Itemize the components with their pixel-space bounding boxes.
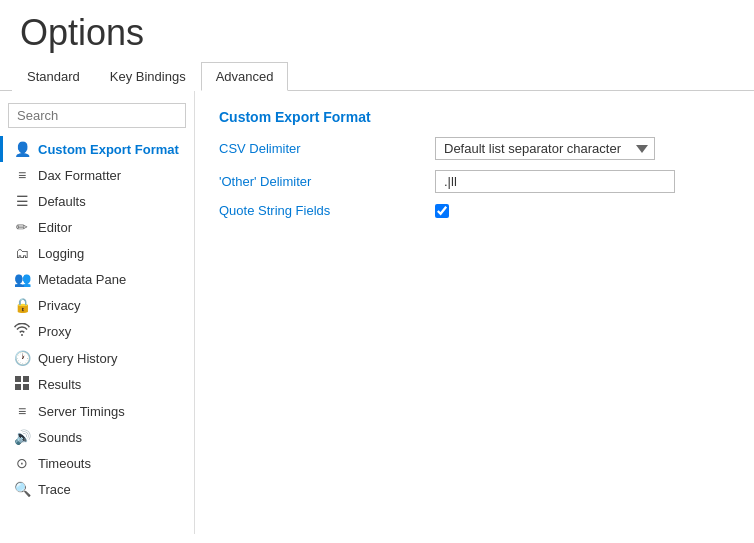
- defaults-icon: ☰: [14, 193, 30, 209]
- timeout-icon: ⊙: [14, 455, 30, 471]
- tab-standard[interactable]: Standard: [12, 62, 95, 91]
- sidebar-item-dax-formatter[interactable]: ≡ Dax Formatter: [0, 162, 194, 188]
- edit-icon: ✏: [14, 219, 30, 235]
- sidebar-label: Trace: [38, 482, 71, 497]
- sidebar-item-metadata-pane[interactable]: 👥 Metadata Pane: [0, 266, 194, 292]
- other-delimiter-row: 'Other' Delimiter: [219, 170, 730, 193]
- sidebar-label: Results: [38, 377, 81, 392]
- svg-rect-0: [15, 376, 21, 382]
- person-icon: 👤: [14, 141, 30, 157]
- other-delimiter-control: [435, 170, 730, 193]
- grid-icon: [14, 376, 30, 393]
- lock-icon: 🔒: [14, 297, 30, 313]
- wifi-icon: [14, 323, 30, 340]
- sidebar-item-privacy[interactable]: 🔒 Privacy: [0, 292, 194, 318]
- sidebar-item-defaults[interactable]: ☰ Defaults: [0, 188, 194, 214]
- csv-delimiter-label: CSV Delimiter: [219, 141, 419, 156]
- sidebar-label: Metadata Pane: [38, 272, 126, 287]
- metadata-icon: 👥: [14, 271, 30, 287]
- sidebar-item-timeouts[interactable]: ⊙ Timeouts: [0, 450, 194, 476]
- sidebar-label: Server Timings: [38, 404, 125, 419]
- sidebar-item-editor[interactable]: ✏ Editor: [0, 214, 194, 240]
- sidebar-label: Timeouts: [38, 456, 91, 471]
- sidebar-item-sounds[interactable]: 🔊 Sounds: [0, 424, 194, 450]
- csv-delimiter-control: Default list separator character Comma S…: [435, 137, 730, 160]
- sidebar-item-logging[interactable]: 🗂 Logging: [0, 240, 194, 266]
- sidebar-label: Defaults: [38, 194, 86, 209]
- sidebar-label: Custom Export Format: [38, 142, 179, 157]
- tab-key-bindings[interactable]: Key Bindings: [95, 62, 201, 91]
- csv-delimiter-row: CSV Delimiter Default list separator cha…: [219, 137, 730, 160]
- svg-rect-3: [23, 384, 29, 390]
- svg-rect-2: [15, 384, 21, 390]
- history-icon: 🕐: [14, 350, 30, 366]
- sidebar-label: Dax Formatter: [38, 168, 121, 183]
- section-title: Custom Export Format: [219, 109, 730, 125]
- sound-icon: 🔊: [14, 429, 30, 445]
- logging-icon: 🗂: [14, 245, 30, 261]
- quote-string-fields-control: [435, 204, 730, 218]
- sidebar-label: Editor: [38, 220, 72, 235]
- quote-string-fields-row: Quote String Fields: [219, 203, 730, 218]
- list-icon: ≡: [14, 167, 30, 183]
- sidebar-item-query-history[interactable]: 🕐 Query History: [0, 345, 194, 371]
- trace-icon: 🔍: [14, 481, 30, 497]
- tab-advanced[interactable]: Advanced: [201, 62, 289, 91]
- tabs-bar: Standard Key Bindings Advanced: [0, 62, 754, 91]
- sidebar-item-results[interactable]: Results: [0, 371, 194, 398]
- sidebar-item-custom-export-format[interactable]: 👤 Custom Export Format: [0, 136, 194, 162]
- server-icon: ≡: [14, 403, 30, 419]
- sidebar-label: Proxy: [38, 324, 71, 339]
- sidebar-label: Privacy: [38, 298, 81, 313]
- search-input[interactable]: [8, 103, 186, 128]
- other-delimiter-label: 'Other' Delimiter: [219, 174, 419, 189]
- quote-string-fields-label: Quote String Fields: [219, 203, 419, 218]
- csv-delimiter-select[interactable]: Default list separator character Comma S…: [435, 137, 655, 160]
- sidebar-label: Sounds: [38, 430, 82, 445]
- content-area: Custom Export Format CSV Delimiter Defau…: [195, 91, 754, 534]
- page-title: Options: [0, 0, 754, 62]
- quote-string-fields-checkbox[interactable]: [435, 204, 449, 218]
- sidebar-label: Logging: [38, 246, 84, 261]
- sidebar-item-trace[interactable]: 🔍 Trace: [0, 476, 194, 502]
- sidebar-item-server-timings[interactable]: ≡ Server Timings: [0, 398, 194, 424]
- sidebar-item-proxy[interactable]: Proxy: [0, 318, 194, 345]
- sidebar: 👤 Custom Export Format ≡ Dax Formatter ☰…: [0, 91, 195, 534]
- sidebar-label: Query History: [38, 351, 117, 366]
- other-delimiter-input[interactable]: [435, 170, 675, 193]
- svg-rect-1: [23, 376, 29, 382]
